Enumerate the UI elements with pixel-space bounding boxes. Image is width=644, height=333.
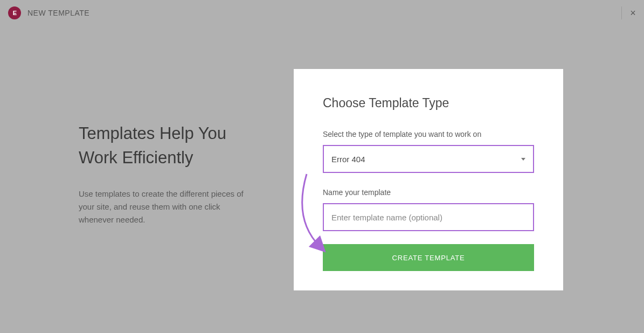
form-title: Choose Template Type	[323, 96, 534, 110]
content-area: Templates Help You Work Efficiently Use …	[0, 26, 644, 333]
intro-paragraph: Use templates to create the different pi…	[79, 188, 246, 226]
template-name-label: Name your template	[323, 188, 534, 197]
chevron-down-icon	[521, 158, 525, 161]
template-form-card: Choose Template Type Select the type of …	[294, 69, 563, 290]
modal-header: E NEW TEMPLATE ×	[0, 0, 644, 26]
create-template-button[interactable]: CREATE TEMPLATE	[323, 244, 534, 271]
header-title: NEW TEMPLATE	[27, 9, 89, 17]
elementor-logo-icon: E	[8, 6, 21, 19]
close-icon: ×	[630, 8, 636, 19]
intro-heading: Templates Help You Work Efficiently	[79, 122, 246, 170]
template-type-value: Error 404	[331, 155, 365, 164]
template-type-select[interactable]: Error 404	[323, 145, 534, 173]
template-type-label: Select the type of template you want to …	[323, 130, 534, 138]
intro-text-block: Templates Help You Work Efficiently Use …	[79, 122, 246, 226]
close-button[interactable]: ×	[621, 6, 634, 19]
template-name-input[interactable]	[323, 203, 534, 231]
